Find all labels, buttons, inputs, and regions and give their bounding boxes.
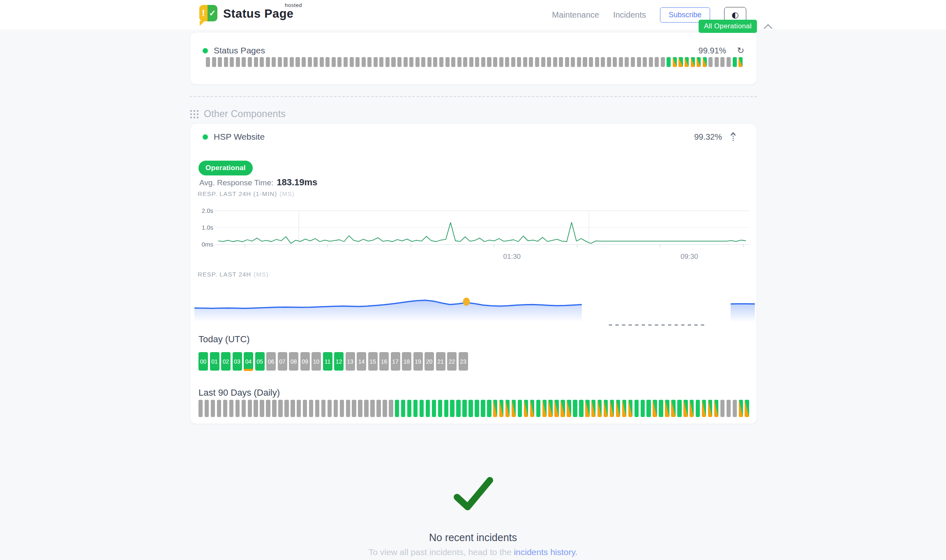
- uptime-bar: [499, 400, 503, 417]
- uptime-bar: [433, 57, 437, 67]
- uptime-bar: [517, 57, 521, 67]
- uptime-bar: [325, 57, 330, 67]
- uptime-bar: [613, 57, 617, 67]
- uptime-bar: [308, 57, 312, 67]
- uptime-bar: [337, 57, 341, 67]
- y-tick-label: 1.0s: [202, 224, 213, 231]
- nav-maintenance[interactable]: Maintenance: [552, 10, 599, 20]
- uptime-bar: [554, 400, 558, 417]
- x-tick-label: 09:30: [673, 253, 706, 261]
- uptime-bar: [598, 400, 602, 417]
- x-tick-label: 01:30: [496, 253, 528, 261]
- uptime-bar: [703, 57, 707, 67]
- incidents-history-link[interactable]: incidents history.: [514, 547, 577, 557]
- uptime-bar: [559, 57, 563, 67]
- uptime-bar: [212, 57, 216, 67]
- uptime-bar: [512, 400, 516, 417]
- uptime-bar: [254, 400, 258, 417]
- uptime-bar: [505, 57, 509, 67]
- uptime-bar: [591, 400, 595, 417]
- uptime-bar: [445, 57, 450, 67]
- uptime-bar: [475, 57, 479, 67]
- uptime-bar: [625, 57, 629, 67]
- hour-block-12: 12: [334, 352, 344, 371]
- uptime-bar: [487, 57, 491, 67]
- uptime-bar: [254, 57, 258, 67]
- uptime-bar: [649, 57, 653, 67]
- uptime-bar: [548, 400, 552, 417]
- component-name: HSP Website: [214, 132, 265, 142]
- uptime-bar: [314, 57, 318, 67]
- avg-response-value: 183.19ms: [277, 177, 317, 187]
- chevron-up-icon[interactable]: [764, 24, 773, 29]
- uptime-bar: [242, 400, 246, 417]
- hour-block-07: 07: [278, 352, 287, 371]
- uptime-bar: [541, 57, 545, 67]
- component-row-status-pages[interactable]: Status Pages 99.91% ↻: [203, 46, 744, 55]
- section-divider: [190, 96, 757, 97]
- no-recent-incidents-title: No recent incidents: [0, 532, 946, 544]
- uptime-bar: [340, 400, 344, 417]
- uptime-bar: [334, 400, 338, 417]
- api-component-card: Status Pages 99.91% ↻: [190, 32, 757, 85]
- uptime-bar: [346, 400, 350, 417]
- uptime-bar: [450, 400, 454, 417]
- section-title-other-components: Other Components: [190, 108, 286, 120]
- uptime-bar: [708, 400, 712, 417]
- uptime-bar: [708, 57, 713, 67]
- uptime-bar: [362, 57, 366, 67]
- chart1-y-axis: 2.0s1.0s0ms: [196, 207, 214, 252]
- uptime-bar: [553, 57, 557, 67]
- hour-block-02: 02: [221, 352, 231, 371]
- hour-block-05: 05: [255, 352, 265, 371]
- uptime-bar: [691, 57, 695, 67]
- uptime-bar: [523, 57, 527, 67]
- last90-heading: Last 90 Days (Daily): [198, 387, 280, 398]
- hour-block-22: 22: [447, 352, 457, 371]
- uptime-bar: [733, 57, 737, 67]
- component-row-hsp-website[interactable]: HSP Website 99.32%: [203, 132, 736, 142]
- uptime-bar: [350, 57, 354, 67]
- uptime-bar: [229, 400, 233, 417]
- nav-incidents[interactable]: Incidents: [613, 10, 646, 20]
- uptime-bar: [628, 400, 632, 417]
- uptime-bar: [493, 400, 497, 417]
- uptime-bar: [421, 57, 425, 67]
- uptime-bar: [457, 57, 461, 67]
- uptime-bar: [260, 57, 264, 67]
- hour-block-18: 18: [402, 352, 411, 371]
- uptime-bar: [585, 400, 589, 417]
- uptime-bar: [391, 57, 395, 67]
- uptime-bar: [217, 400, 221, 417]
- uptime-bar: [456, 400, 460, 417]
- uptime-bar: [535, 57, 539, 67]
- uptime-bar: [272, 57, 276, 67]
- uptime-bar: [616, 400, 620, 417]
- uptime-bar: [409, 57, 413, 67]
- uptime-bar: [315, 400, 319, 417]
- uptime-bar: [493, 57, 497, 67]
- brand-logo[interactable]: ! ✓ Status Page hosted: [199, 5, 294, 22]
- uptime-bar: [248, 57, 252, 67]
- uptime-bar: [295, 57, 300, 67]
- uptime-bar: [355, 57, 360, 67]
- header: ! ✓ Status Page hosted Maintenance Incid…: [0, 0, 946, 30]
- uptime-bar: [395, 400, 399, 417]
- half-moon-icon: ◐: [731, 10, 738, 20]
- uptime-bar: [661, 57, 665, 67]
- status-dot: [203, 48, 208, 53]
- uptime-bar: [438, 400, 442, 417]
- uptime-bar: [309, 400, 313, 417]
- uptime-bar: [236, 57, 240, 67]
- refresh-icon[interactable]: ↻: [737, 46, 744, 55]
- uptime-bar: [451, 57, 455, 67]
- success-check-icon: [450, 476, 496, 515]
- uptime-bar: [320, 57, 324, 67]
- degraded-underline: [244, 369, 253, 371]
- hour-block-08: 08: [289, 352, 298, 371]
- response-line-chart: 2.0s1.0s0ms 01:3009:30: [196, 207, 752, 260]
- uptime-bar: [374, 57, 378, 67]
- hour-block-09: 09: [300, 352, 310, 371]
- uptime-bar: [583, 57, 587, 67]
- uptime-bar: [364, 400, 368, 417]
